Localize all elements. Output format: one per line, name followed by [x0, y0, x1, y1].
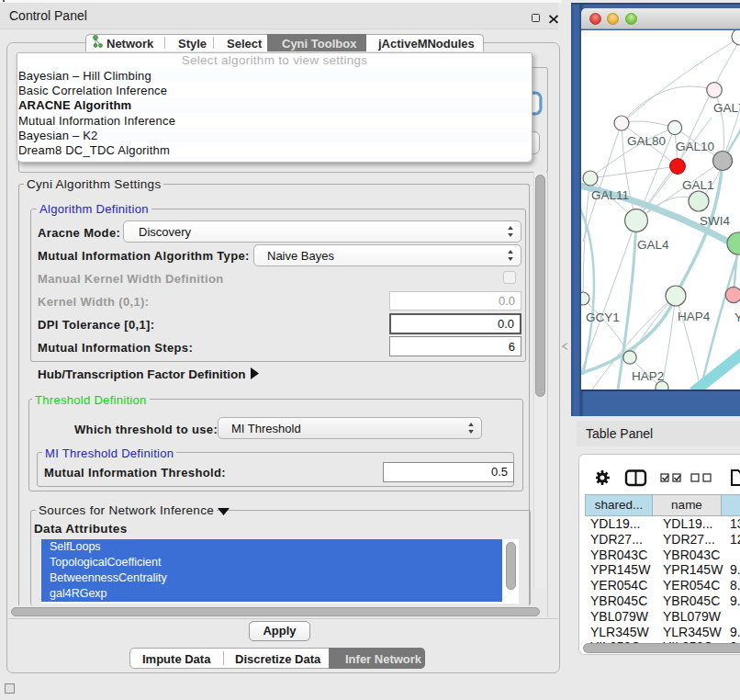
svg-text:GAL11: GAL11	[591, 188, 629, 202]
svg-text:GAL7: GAL7	[713, 101, 740, 115]
svg-text:SWI4: SWI4	[700, 214, 730, 228]
svg-text:HAP2: HAP2	[632, 369, 664, 383]
svg-text:GAL80: GAL80	[627, 134, 666, 148]
svg-text:GAL10: GAL10	[676, 140, 714, 153]
svg-text:Y: Y	[734, 310, 740, 324]
svg-text:GAL1: GAL1	[682, 178, 714, 192]
svg-text:GAL4: GAL4	[637, 238, 669, 252]
svg-text:GCY1: GCY1	[586, 310, 620, 324]
svg-text:HAP4: HAP4	[678, 310, 711, 323]
